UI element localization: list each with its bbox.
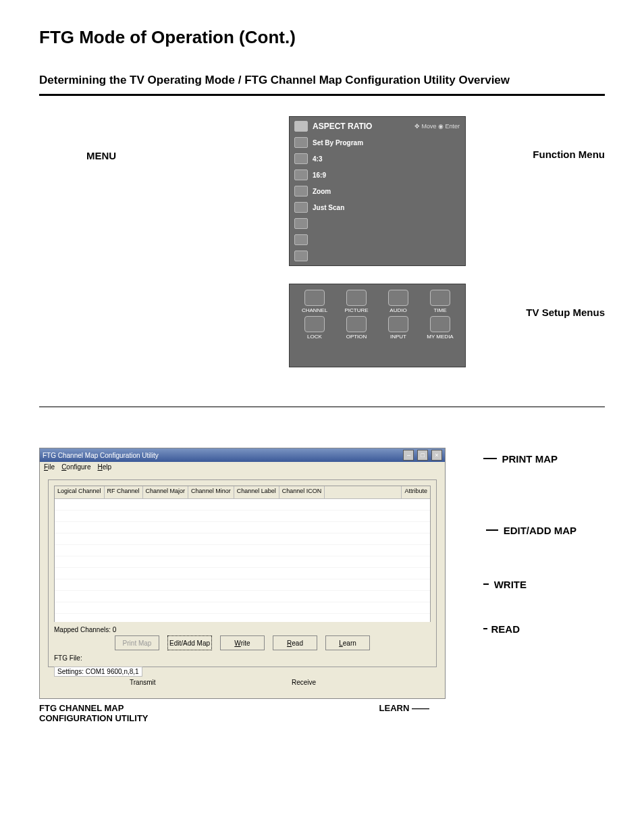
maximize-button[interactable]: □ bbox=[417, 450, 428, 461]
menu-icon bbox=[294, 153, 308, 164]
print-map-button[interactable]: Print Map bbox=[115, 635, 159, 650]
table-body[interactable] bbox=[55, 499, 430, 622]
minimize-button[interactable]: – bbox=[403, 450, 414, 461]
window-menubar: File Configure Help bbox=[40, 462, 445, 475]
aspect-ratio-menu: ASPECT RATIO ✥ Move ◉ Enter Set By Progr… bbox=[289, 116, 466, 266]
function-menu-label: Function Menu bbox=[533, 149, 605, 160]
setup-item-time[interactable]: TIME bbox=[421, 290, 460, 313]
option-icon bbox=[346, 316, 367, 332]
nav-hint: ✥ Move ◉ Enter bbox=[414, 123, 460, 130]
window-title: FTG Channel Map Configuration Utility bbox=[43, 452, 159, 459]
aspect-ratio-title: ASPECT RATIO bbox=[313, 122, 372, 131]
callout-edit: EDIT/ADD MAP bbox=[504, 525, 576, 536]
leader-line bbox=[483, 583, 489, 585]
read-button[interactable]: Read bbox=[273, 635, 317, 650]
time-icon bbox=[430, 290, 450, 306]
col-logical[interactable]: Logical Channel bbox=[55, 486, 105, 498]
setup-item-picture[interactable]: PICTURE bbox=[337, 290, 376, 313]
setup-menus-label: TV Setup Menus bbox=[526, 307, 605, 318]
mymedia-icon bbox=[430, 316, 450, 332]
tv-menu-panel: MENU Function Menu TV Setup Menus ASPECT… bbox=[39, 116, 605, 393]
settings-label: Settings: COM1 9600,n,8,1 bbox=[54, 667, 142, 677]
transmit-label: Transmit bbox=[130, 679, 156, 686]
menu-configure[interactable]: Configure bbox=[61, 463, 90, 474]
table-header: Logical Channel RF Channel Channel Major… bbox=[55, 486, 430, 499]
leader-line bbox=[483, 458, 497, 459]
col-label[interactable]: Channel Label bbox=[234, 486, 279, 498]
learn-button[interactable]: Learn bbox=[325, 635, 370, 650]
ftg-file-label: FTG File: bbox=[54, 654, 82, 662]
menu-help[interactable]: Help bbox=[98, 463, 112, 474]
input-icon bbox=[388, 316, 408, 332]
setup-item-audio[interactable]: AUDIO bbox=[379, 290, 418, 313]
callout-write: WRITE bbox=[494, 579, 527, 590]
utility-window: FTG Channel Map Configuration Utility – … bbox=[39, 448, 446, 699]
col-icon[interactable]: Channel ICON bbox=[279, 486, 325, 498]
callout-print: PRINT MAP bbox=[502, 453, 558, 465]
menu-file[interactable]: File bbox=[44, 463, 55, 474]
audio-icon bbox=[388, 290, 408, 306]
setup-item-mymedia[interactable]: MY MEDIA bbox=[421, 316, 460, 340]
setup-item-option[interactable]: OPTION bbox=[337, 316, 376, 340]
menu-icon bbox=[294, 234, 308, 245]
divider bbox=[39, 407, 605, 407]
setup-item-input[interactable]: INPUT bbox=[379, 316, 418, 340]
aspect-option[interactable]: Zoom bbox=[313, 188, 331, 195]
aspect-option[interactable]: Set By Program bbox=[313, 139, 363, 147]
utility-caption: FTG CHANNEL MAP CONFIGURATION UTILITY bbox=[39, 703, 149, 723]
col-rf[interactable]: RF Channel bbox=[105, 486, 143, 498]
picture-icon bbox=[346, 290, 367, 306]
learn-caption: LEARN —— bbox=[379, 703, 429, 723]
menu-label: MENU bbox=[86, 150, 116, 161]
callout-read: READ bbox=[491, 623, 520, 635]
page-title: FTG Mode of Operation (Cont.) bbox=[39, 27, 605, 48]
leader-line bbox=[486, 529, 498, 531]
close-button[interactable]: × bbox=[431, 450, 442, 461]
aspect-option[interactable]: Just Scan bbox=[313, 204, 344, 211]
menu-icon bbox=[294, 186, 308, 197]
receive-label: Receive bbox=[292, 679, 316, 686]
menu-icon bbox=[294, 202, 308, 213]
write-button[interactable]: Write bbox=[220, 635, 265, 650]
aspect-option[interactable]: 16:9 bbox=[313, 172, 326, 179]
divider bbox=[39, 94, 605, 96]
menu-icon bbox=[294, 170, 308, 180]
channel-icon bbox=[304, 290, 325, 306]
section-subtitle: Determining the TV Operating Mode / FTG … bbox=[39, 74, 605, 87]
utility-panel: FTG Channel Map Configuration Utility – … bbox=[39, 448, 605, 752]
setup-item-channel[interactable]: CHANNEL bbox=[295, 290, 334, 313]
col-attribute[interactable]: Attribute bbox=[401, 486, 430, 498]
menu-icon bbox=[294, 218, 308, 229]
edit-add-map-button[interactable]: Edit/Add Map bbox=[167, 635, 212, 650]
mapped-channels-label: Mapped Channels: 0 bbox=[54, 626, 431, 633]
aspect-option[interactable]: 4:3 bbox=[313, 155, 322, 163]
col-minor[interactable]: Channel Minor bbox=[188, 486, 234, 498]
menu-icon bbox=[294, 137, 308, 148]
window-client-area: Logical Channel RF Channel Channel Major… bbox=[48, 479, 437, 667]
window-titlebar: FTG Channel Map Configuration Utility – … bbox=[40, 448, 445, 462]
lock-icon bbox=[304, 316, 325, 332]
setup-item-lock[interactable]: LOCK bbox=[295, 316, 334, 340]
leader-line bbox=[483, 628, 487, 629]
col-major[interactable]: Channel Major bbox=[143, 486, 189, 498]
menu-icon bbox=[294, 251, 308, 261]
tv-setup-menu: CHANNEL PICTURE AUDIO TIME LOCK OPTION I… bbox=[289, 284, 466, 367]
aspect-ratio-icon bbox=[294, 121, 308, 132]
channel-table: Logical Channel RF Channel Channel Major… bbox=[54, 486, 431, 622]
